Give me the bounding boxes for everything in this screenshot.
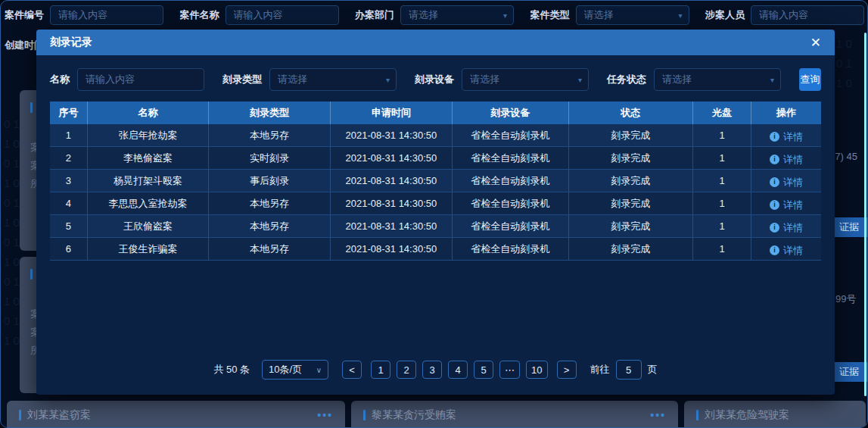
- case-card[interactable]: 黎某某贪污受贿案 •••: [351, 401, 678, 428]
- field-label: 办案部门: [355, 8, 394, 22]
- table-body: 1 张启年抢劫案 本地另存 2021-08-31 14:30:50 省检全自动刻…: [50, 124, 821, 261]
- field-label: 涉案人员: [705, 8, 745, 22]
- filter-placeholder: 请输入内容: [86, 73, 193, 86]
- detail-link[interactable]: i 详情: [770, 217, 803, 237]
- title-accent-bar: [19, 410, 21, 420]
- detail-link[interactable]: i 详情: [770, 194, 803, 214]
- cell-device: 省检全自动刻录机: [453, 192, 569, 214]
- table-row: 5 王欣偷盗案 本地另存 2021-08-31 14:30:50 省检全自动刻录…: [50, 215, 821, 238]
- field-input[interactable]: 请选择 ▾: [576, 5, 689, 25]
- cell-name: 张启年抢劫案: [88, 124, 209, 146]
- title-accent-bar: [30, 269, 33, 280]
- cell-status: 刻录完成: [569, 124, 693, 146]
- case-card[interactable]: 刘某某危险驾驶案: [684, 401, 866, 428]
- cell-device: 省检全自动刻录机: [453, 147, 569, 169]
- field-placeholder: 请选择: [584, 8, 674, 22]
- case-card-title: 刘某某危险驾驶案: [705, 408, 789, 422]
- cell-action: i 详情: [751, 124, 821, 146]
- field-input[interactable]: 请输入内容: [50, 5, 163, 25]
- field-input[interactable]: 请输入内容: [226, 5, 339, 25]
- goto-page-input[interactable]: 5: [616, 360, 642, 380]
- next-page-button[interactable]: >: [557, 361, 577, 379]
- chevron-down-icon: ▾: [503, 11, 507, 20]
- cell-device: 省检全自动刻录机: [453, 238, 569, 260]
- table-row: 2 李艳偷盗案 实时刻录 2021-08-31 14:30:50 省检全自动刻录…: [50, 147, 821, 170]
- prev-page-button[interactable]: <: [342, 361, 362, 379]
- detail-link[interactable]: i 详情: [770, 171, 803, 192]
- filter-field: 名称 请输入内容: [50, 68, 204, 91]
- filter-label: 刻录设备: [415, 73, 454, 86]
- search-button[interactable]: 查询: [799, 68, 821, 91]
- page-number-button[interactable]: 5: [474, 361, 493, 379]
- close-icon[interactable]: ✕: [810, 36, 821, 49]
- filter-input[interactable]: 请输入内容: [77, 68, 204, 91]
- cell-status: 刻录完成: [569, 170, 693, 192]
- page-size-value: 10条/页: [269, 363, 302, 376]
- detail-link-label: 详情: [783, 239, 803, 260]
- burn-record-dialog: 刻录记录 ✕ 名称 请输入内容 刻录类型: [36, 30, 835, 395]
- cell-index: 3: [50, 170, 88, 192]
- field-input[interactable]: 请选择 ▾: [400, 5, 514, 25]
- case-filter-field: 案件名称 请输入内容: [180, 5, 339, 25]
- page-number-button[interactable]: 10: [526, 361, 547, 379]
- table-row: 6 王俊生诈骗案 本地另存 2021-08-31 14:30:50 省检全自动刻…: [50, 238, 821, 261]
- page-number-button[interactable]: 2: [397, 361, 416, 379]
- case-filter-field: 办案部门 请选择 ▾: [355, 5, 514, 25]
- info-icon: i: [770, 223, 779, 233]
- cell-disc-count: 1: [693, 124, 751, 146]
- field-placeholder: 请选择: [409, 8, 499, 22]
- cell-burn-type: 本地另存: [209, 192, 331, 214]
- cell-status: 刻录完成: [569, 215, 693, 237]
- filter-field: 任务状态 请选择 ▾: [607, 68, 781, 91]
- dialog-title: 刻录记录: [50, 36, 92, 49]
- cell-status: 刻录完成: [569, 192, 693, 214]
- field-placeholder: 请输入内容: [58, 8, 152, 22]
- table-header-row: 序号 名称 刻录类型 申请时间 刻录设备 状态 光盘 操作: [50, 102, 821, 124]
- detail-link-label: 详情: [783, 194, 803, 214]
- page-number-button[interactable]: 3: [422, 361, 442, 379]
- cell-disc-count: 1: [693, 238, 751, 260]
- cell-device: 省检全自动刻录机: [453, 124, 569, 146]
- field-placeholder: 请输入内容: [759, 8, 853, 22]
- decor-binary-right: 1 0 0 1 1 0: [836, 34, 852, 93]
- filter-field: 刻录设备 请选择 ▾: [415, 68, 589, 91]
- cell-action: i 详情: [751, 238, 821, 260]
- cell-apply-time: 2021-08-31 14:30:50: [331, 124, 453, 146]
- detail-link[interactable]: i 详情: [770, 148, 803, 169]
- chevron-down-icon: ▾: [678, 11, 682, 20]
- title-accent-bar: [30, 102, 33, 113]
- more-options-icon[interactable]: •••: [650, 409, 666, 421]
- case-card-title: 刘某某盗窃案: [27, 408, 91, 422]
- cell-device: 省检全自动刻录机: [453, 170, 569, 192]
- page-number-button[interactable]: 1: [371, 361, 390, 379]
- cell-burn-type: 本地另存: [209, 238, 331, 260]
- more-options-icon[interactable]: •••: [317, 409, 333, 421]
- filter-input[interactable]: 请选择 ▾: [462, 68, 589, 91]
- cell-name: 王俊生诈骗案: [88, 238, 209, 260]
- case-card-title: 黎某某贪污受贿案: [372, 408, 456, 422]
- field-label: 案件类型: [530, 8, 570, 22]
- filter-input[interactable]: 请选择 ▾: [269, 68, 397, 91]
- cell-burn-type: 事后刻录: [209, 170, 331, 192]
- case-filter-field: 案件类型 请选择 ▾: [530, 5, 689, 25]
- cell-disc-count: 1: [693, 170, 751, 192]
- total-count-label: 共 50 条: [213, 363, 250, 376]
- field-input[interactable]: 请输入内容: [751, 5, 864, 25]
- page-size-select[interactable]: 10条/页 ∨: [262, 360, 328, 380]
- title-accent-bar: [696, 410, 698, 420]
- page-number-button[interactable]: 4: [448, 361, 468, 379]
- case-card[interactable]: 刘某某盗窃案 •••: [7, 401, 345, 428]
- detail-link-label: 详情: [783, 171, 803, 192]
- filter-input[interactable]: 请选择 ▾: [654, 68, 781, 91]
- cell-disc-count: 1: [693, 215, 751, 237]
- cell-action: i 详情: [751, 170, 821, 192]
- page-number-button[interactable]: ⋯: [499, 361, 520, 379]
- scroll-indicator-line: [864, 33, 866, 396]
- dialog-header: 刻录记录 ✕: [36, 30, 835, 55]
- cell-name: 李艳偷盗案: [88, 147, 209, 169]
- cell-name: 杨晃打架斗殴案: [88, 170, 209, 192]
- cell-index: 1: [50, 124, 88, 146]
- goto-suffix-label: 页: [648, 363, 658, 376]
- detail-link[interactable]: i 详情: [770, 239, 803, 260]
- detail-link[interactable]: i 详情: [770, 126, 803, 146]
